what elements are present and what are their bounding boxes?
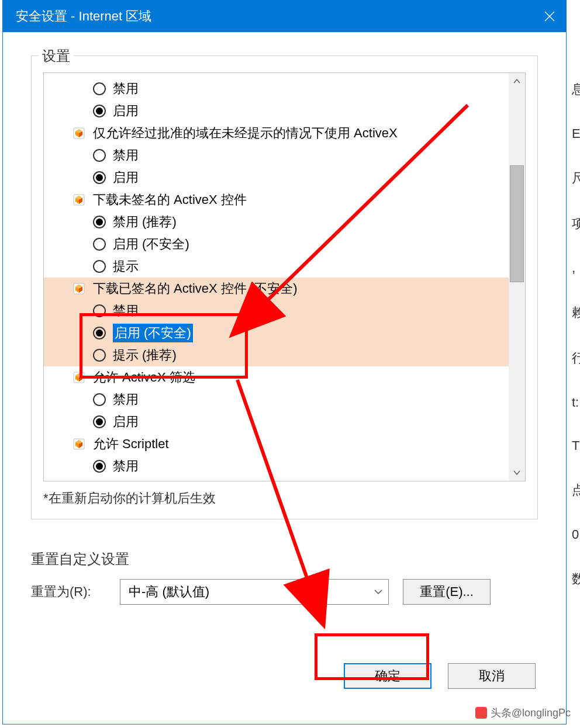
option-label: 禁用 [113, 147, 139, 164]
scroll-thumb[interactable] [510, 165, 524, 282]
activex-icon [72, 126, 86, 140]
option-label: 禁用 [113, 302, 139, 320]
cropped-char: , [572, 261, 580, 276]
tree-option[interactable]: 禁用 (推荐) [44, 211, 525, 233]
category-label: 下载未签名的 ActiveX 控件 [93, 191, 247, 209]
activex-icon [72, 282, 86, 296]
option-label: 启用 (不安全) [113, 324, 193, 342]
cropped-char: t: [572, 395, 580, 410]
tree-category: 允许 ActiveX 筛选 [44, 366, 525, 389]
activex-icon [72, 193, 86, 207]
radio-button[interactable] [93, 105, 106, 117]
tree-option[interactable]: 启用 [44, 100, 525, 122]
tree-option[interactable]: 提示 [44, 255, 525, 278]
tree-option[interactable]: 启用 (不安全) [44, 322, 525, 344]
scrollbar[interactable] [509, 73, 525, 481]
reset-button[interactable]: 重置(E)... [403, 579, 491, 605]
option-label: 启用 (不安全) [113, 235, 189, 253]
cropped-char: 点 [572, 481, 580, 499]
cropped-char: 行 [572, 349, 580, 367]
radio-button[interactable] [93, 216, 106, 228]
tree-category: 下载已签名的 ActiveX 控件 (不安全) [44, 278, 525, 300]
tree-option[interactable]: 禁用 [44, 455, 525, 477]
radio-button[interactable] [93, 304, 106, 317]
settings-tree[interactable]: 禁用启用仅允许经过批准的域在未经提示的情况下使用 ActiveX禁用启用下载未签… [43, 72, 526, 481]
close-icon [544, 11, 555, 22]
cropped-char: E [572, 126, 580, 141]
tree-option[interactable]: 禁用 [44, 144, 525, 167]
category-label: 下载已签名的 ActiveX 控件 (不安全) [93, 280, 298, 297]
titlebar: 安全设置 - Internet 区域 [3, 1, 566, 32]
radio-button[interactable] [93, 415, 106, 428]
radio-button[interactable] [93, 171, 106, 184]
tree-category: 下载未签名的 ActiveX 控件 [44, 189, 525, 211]
radio-button[interactable] [93, 238, 106, 251]
option-label: 启用 [113, 169, 139, 186]
watermark-icon [475, 707, 487, 719]
radio-button[interactable] [93, 460, 106, 473]
option-label: 禁用 (推荐) [113, 213, 177, 231]
category-label: 允许 Scriptlet [93, 435, 169, 453]
reset-row: 重置为(R): 中-高 (默认值) 重置(E)... [31, 579, 538, 605]
option-label: 启用 [113, 413, 139, 431]
radio-button[interactable] [93, 82, 106, 95]
watermark: 头条@longlingPc [475, 706, 571, 720]
dialog-body: 设置 禁用启用仅允许经过批准的域在未经提示的情况下使用 ActiveX禁用启用下… [3, 32, 566, 706]
tree-option[interactable]: 禁用 [44, 300, 525, 322]
chevron-up-icon [513, 79, 520, 84]
tree-option[interactable]: 禁用 [44, 389, 525, 411]
category-label: 允许 ActiveX 筛选 [93, 369, 195, 386]
tree-category: 允许 Scriptlet [44, 433, 525, 455]
tree-option[interactable]: 启用 [44, 167, 525, 189]
scroll-down-button[interactable] [509, 464, 525, 481]
option-label: 禁用 [113, 80, 139, 98]
ok-button[interactable]: 确定 [344, 663, 431, 689]
option-label: 提示 [113, 258, 139, 275]
radio-button[interactable] [93, 349, 106, 362]
settings-groupbox: 设置 禁用启用仅允许经过批准的域在未经提示的情况下使用 ActiveX禁用启用下… [31, 56, 538, 519]
tree-option[interactable]: 启用 (不安全) [44, 233, 525, 255]
radio-button[interactable] [93, 260, 106, 273]
radio-button[interactable] [93, 393, 106, 406]
option-label: 提示 (推荐) [113, 346, 177, 364]
activex-icon [72, 370, 86, 384]
cropped-char: 尺 [572, 169, 580, 187]
chevron-down-icon [513, 470, 520, 475]
tree-category: 仅允许经过批准的域在未经提示的情况下使用 ActiveX [44, 122, 525, 144]
scroll-up-button[interactable] [509, 73, 525, 89]
cancel-button[interactable]: 取消 [448, 663, 536, 689]
cropped-char: 项 [572, 215, 580, 233]
watermark-text: 头条@longlingPc [491, 706, 571, 720]
category-label: 仅允许经过批准的域在未经提示的情况下使用 ActiveX [93, 124, 398, 142]
reset-section-label: 重置自定义设置 [31, 550, 538, 568]
radio-button[interactable] [93, 327, 106, 339]
option-label: 禁用 [113, 391, 139, 408]
close-button[interactable] [533, 1, 566, 32]
reset-level-dropdown[interactable]: 中-高 (默认值) [120, 579, 389, 605]
activex-icon [72, 437, 86, 451]
chevron-down-icon [374, 587, 382, 597]
groupbox-label: 设置 [39, 47, 74, 65]
cropped-char: 赖 [572, 304, 580, 321]
restart-note: *在重新启动你的计算机后生效 [43, 490, 526, 507]
option-label: 启用 [113, 102, 139, 120]
cropped-char: 息 [572, 81, 580, 98]
settings-tree-inner: 禁用启用仅允许经过批准的域在未经提示的情况下使用 ActiveX禁用启用下载未签… [44, 73, 525, 481]
cropped-char: 0 [572, 527, 580, 542]
reset-section: 重置自定义设置 重置为(R): 中-高 (默认值) 重置(E)... [31, 550, 538, 605]
tree-option[interactable]: 提示 (推荐) [44, 344, 525, 366]
tree-option[interactable]: 禁用 [44, 78, 525, 100]
cropped-char: T [572, 438, 580, 453]
radio-button[interactable] [93, 149, 106, 162]
reset-to-label: 重置为(R): [31, 583, 106, 601]
dialog-footer: 确定 取消 [31, 663, 538, 689]
security-settings-dialog: 安全设置 - Internet 区域 设置 禁用启用仅允许经过批准的域在未经提示… [2, 0, 567, 724]
cropped-char: 数 [572, 570, 580, 588]
dialog-title: 安全设置 - Internet 区域 [16, 8, 533, 25]
cropped-side-text: 息E尺项,赖行t:T点0数 [572, 81, 580, 588]
tree-option[interactable]: 启用 [44, 411, 525, 433]
dropdown-value: 中-高 (默认值) [129, 583, 209, 601]
option-label: 禁用 [113, 457, 139, 475]
